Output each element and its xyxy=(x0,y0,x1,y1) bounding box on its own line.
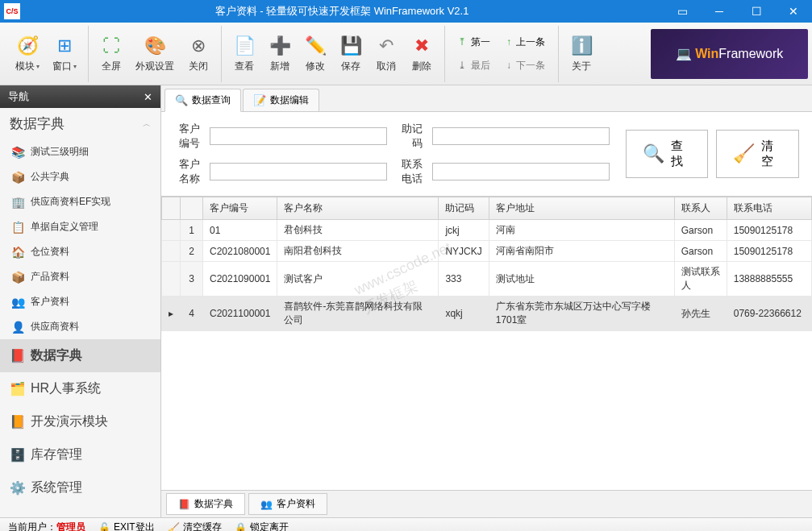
delete-button[interactable]: ✖ 删除 xyxy=(404,31,439,77)
module-icon: 🗄️ xyxy=(11,449,24,462)
sidebar-item-6[interactable]: 👥客户资料 xyxy=(0,289,160,314)
cancel-button[interactable]: ↶ 取消 xyxy=(369,31,404,77)
close-button[interactable]: ✕ xyxy=(775,0,812,23)
book-icon: 📕 xyxy=(178,499,190,510)
item-icon: 📦 xyxy=(11,271,24,284)
sidebar-item-label: 供应商资料EF实现 xyxy=(31,195,110,209)
col-contact[interactable]: 联系人 xyxy=(674,197,727,220)
sidebar-module-2[interactable]: 📙开发演示模块 xyxy=(0,405,160,438)
sidebar: 导航 ✕ 数据字典 ︿ 📚测试三级明细📦公共字典🏢供应商资料EF实现📋单据自定义… xyxy=(0,85,161,517)
exit-button[interactable]: 🔓EXIT登出 xyxy=(98,521,155,531)
clear-cache-button[interactable]: 🧹清空缓存 xyxy=(168,521,222,531)
customer-name-input[interactable] xyxy=(210,163,387,180)
skin-button[interactable]: 🎨 外观设置 xyxy=(129,31,181,77)
window-icon: ⊞ xyxy=(53,35,76,57)
lock-button[interactable]: 🔒锁定离开 xyxy=(235,521,289,531)
sidebar-item-3[interactable]: 📋单据自定义管理 xyxy=(0,214,160,239)
eraser-icon: 🧹 xyxy=(733,143,755,164)
sidebar-module-0[interactable]: 📕数据字典 xyxy=(0,339,160,372)
clear-button[interactable]: 🧹 清空 xyxy=(716,130,799,178)
edit-doc-icon: 📝 xyxy=(253,94,266,106)
sidebar-item-2[interactable]: 🏢供应商资料EF实现 xyxy=(0,189,160,214)
about-button[interactable]: ℹ️ 关于 xyxy=(564,31,599,77)
chevron-up-icon: ︿ xyxy=(143,118,151,130)
fullscreen-button[interactable]: ⛶ 全屏 xyxy=(94,31,129,77)
module-label: 系统管理 xyxy=(31,479,82,496)
phone-input[interactable] xyxy=(432,163,610,180)
content-tabs: 🔍 数据查询 📝 数据编辑 xyxy=(161,85,812,112)
sidebar-item-4[interactable]: 🏠仓位资料 xyxy=(0,239,160,264)
logo: 💻 WinFramework xyxy=(651,29,808,79)
titlebar: C/S 客户资料 - 轻量级可快速开发框架 WinFramework V2.1 … xyxy=(0,0,812,23)
chevron-down-icon: ▾ xyxy=(36,63,40,70)
table-row[interactable]: 3C2021090001测试客户333测试地址测试联系人13888885555 xyxy=(162,262,812,297)
module-icon: 📕 xyxy=(11,350,24,363)
table-row[interactable]: 101君创科技jckj河南Garson15090125178 xyxy=(162,220,812,241)
save-button[interactable]: 💾 保存 xyxy=(333,31,369,77)
sidebar-item-label: 供应商资料 xyxy=(31,320,79,334)
col-customer-no[interactable]: 客户编号 xyxy=(203,197,277,220)
statusbar: 当前用户：管理员 🔓EXIT登出 🧹清空缓存 🔒锁定离开 xyxy=(0,517,812,531)
undo-icon: ↶ xyxy=(375,35,398,57)
sidebar-item-label: 产品资料 xyxy=(31,270,69,284)
x-icon: ✖ xyxy=(410,35,433,57)
edit-button[interactable]: ✏️ 修改 xyxy=(298,31,333,77)
col-address[interactable]: 客户地址 xyxy=(489,197,674,220)
info-icon: ℹ️ xyxy=(570,35,593,57)
sidebar-item-0[interactable]: 📚测试三级明细 xyxy=(0,139,160,164)
table-row[interactable]: ▸4C2021100001喜鹊软件-东莞喜鹊网络科技有限公司xqkj广东省东莞市… xyxy=(162,297,812,331)
pencil-icon: ✏️ xyxy=(304,35,327,57)
col-mnemonic[interactable]: 助记码 xyxy=(439,197,489,220)
module-label: 数据字典 xyxy=(31,347,82,364)
last-record-button[interactable]: ⤓最后 xyxy=(450,56,498,76)
bottom-tab-dict[interactable]: 📕 数据字典 xyxy=(166,493,245,515)
sidebar-item-label: 客户资料 xyxy=(31,295,69,309)
main-toolbar: 🧭 模块▾ ⊞ 窗口▾ ⛶ 全屏 🎨 外观设置 ⊗ 关闭 📄 查看 ➕ 新增 xyxy=(0,23,812,85)
table-row[interactable]: 2C2021080001南阳君创科技NYJCKJ河南省南阳市Garson1509… xyxy=(162,241,812,262)
people-icon: 👥 xyxy=(260,499,273,510)
nav-title: 导航 xyxy=(8,89,29,104)
bottom-tab-customer[interactable]: 👥 客户资料 xyxy=(248,493,327,515)
close-icon: ⊗ xyxy=(187,35,210,57)
minimize-button[interactable]: ─ xyxy=(701,0,738,23)
sidebar-module-3[interactable]: 🗄️库存管理 xyxy=(0,438,160,471)
data-grid[interactable]: 客户编号 客户名称 助记码 客户地址 联系人 联系电话 101君创科技jckj河… xyxy=(161,196,812,490)
col-phone[interactable]: 联系电话 xyxy=(727,197,811,220)
module-icon: 📙 xyxy=(11,416,24,429)
col-customer-name[interactable]: 客户名称 xyxy=(277,197,439,220)
module-icon: 🗂️ xyxy=(11,383,24,396)
view-button[interactable]: 📄 查看 xyxy=(227,31,262,77)
module-label: 库存管理 xyxy=(31,446,82,463)
close-nav-icon[interactable]: ✕ xyxy=(144,91,152,103)
first-record-button[interactable]: ⤒第一 xyxy=(450,32,498,52)
item-icon: 📚 xyxy=(11,146,24,159)
sidebar-module-4[interactable]: ⚙️系统管理 xyxy=(0,471,160,504)
next-record-button[interactable]: ↓下一条 xyxy=(498,56,553,76)
window-button[interactable]: ⊞ 窗口▾ xyxy=(46,31,83,77)
sidebar-item-5[interactable]: 📦产品资料 xyxy=(0,264,160,289)
window-title: 客户资料 - 轻量级可快速开发框架 WinFramework V2.1 xyxy=(20,4,664,19)
sidebar-module-1[interactable]: 🗂️HR人事系统 xyxy=(0,372,160,405)
lock-icon: 🔒 xyxy=(235,522,247,532)
content-area: 🔍 数据查询 📝 数据编辑 客户编号 助记码 客户名称 联系电话 🔍 xyxy=(161,85,812,517)
module-button[interactable]: 🧭 模块▾ xyxy=(9,31,46,77)
compass-icon: 🧭 xyxy=(16,35,39,57)
tab-data-edit[interactable]: 📝 数据编辑 xyxy=(243,89,319,111)
mnemonic-input[interactable] xyxy=(432,127,610,145)
aux-button[interactable]: ▭ xyxy=(664,0,701,23)
sidebar-section-dict[interactable]: 数据字典 ︿ xyxy=(0,108,160,139)
find-button[interactable]: 🔍 查找 xyxy=(626,130,709,178)
customer-no-input[interactable] xyxy=(210,127,387,145)
close-win-button[interactable]: ⊗ 关闭 xyxy=(181,31,216,77)
current-user-label: 当前用户：管理员 xyxy=(8,521,85,531)
tab-data-query[interactable]: 🔍 数据查询 xyxy=(164,89,241,112)
maximize-button[interactable]: ☐ xyxy=(738,0,775,23)
arrow-down-icon: ↓ xyxy=(506,60,511,71)
sidebar-item-7[interactable]: 👤供应商资料 xyxy=(0,314,160,339)
plus-icon: ➕ xyxy=(269,35,291,57)
prev-record-button[interactable]: ↑上一条 xyxy=(498,32,553,52)
sidebar-item-1[interactable]: 📦公共字典 xyxy=(0,164,160,189)
customer-name-label: 客户名称 xyxy=(174,157,200,186)
add-button[interactable]: ➕ 新增 xyxy=(262,31,298,77)
expand-icon: ⛶ xyxy=(100,35,123,57)
